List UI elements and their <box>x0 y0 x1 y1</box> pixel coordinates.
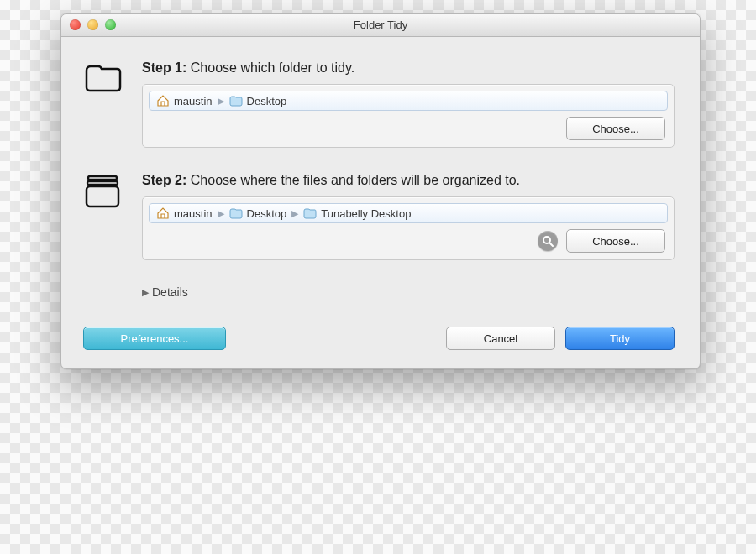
path-seg: maustin <box>174 95 213 107</box>
choose-source-button[interactable]: Choose... <box>566 117 665 140</box>
minimize-icon[interactable] <box>87 19 98 30</box>
tidy-button[interactable]: Tidy <box>565 327 675 350</box>
preferences-button[interactable]: Preferences... <box>83 327 226 350</box>
folder-small-icon <box>229 95 243 107</box>
magnify-icon <box>542 235 554 247</box>
choose-dest-button[interactable]: Choose... <box>566 229 665 253</box>
step-1-label-bold: Step 1: <box>142 60 186 75</box>
chevron-right-icon: ▶ <box>291 208 298 219</box>
path-seg: Desktop <box>247 95 287 107</box>
chevron-right-icon: ▶ <box>218 208 224 219</box>
step-1-well: maustin ▶ Desktop Choose... <box>142 84 675 148</box>
step-2-well: maustin ▶ Desktop ▶ Tunabelly Desktop <box>142 196 675 260</box>
window-body: Step 1: Choose which folder to tidy. mau… <box>61 37 700 368</box>
svg-rect-0 <box>88 176 117 180</box>
footer: Preferences... Cancel Tidy <box>83 327 675 350</box>
step-1: Step 1: Choose which folder to tidy. mau… <box>83 60 675 148</box>
home-icon <box>156 206 170 220</box>
details-label: Details <box>152 285 188 299</box>
step-1-path[interactable]: maustin ▶ Desktop <box>149 91 668 111</box>
path-seg: Tunabelly Desktop <box>321 207 411 220</box>
window-controls <box>70 19 116 30</box>
folder-icon <box>83 60 123 148</box>
step-2-label-rest: Choose where the files and folders will … <box>186 173 520 187</box>
app-window: Folder Tidy Step 1: Choose which folder … <box>60 13 701 369</box>
chevron-right-icon: ▶ <box>218 96 224 107</box>
svg-line-4 <box>549 243 553 246</box>
divider <box>83 311 675 311</box>
svg-rect-2 <box>87 186 118 206</box>
folder-stack-icon <box>83 173 123 260</box>
details-disclosure[interactable]: ▶ Details <box>142 285 675 299</box>
step-1-label-rest: Choose which folder to tidy. <box>186 60 354 75</box>
step-2-title: Step 2: Choose where the files and folde… <box>142 173 675 188</box>
svg-rect-1 <box>87 181 118 185</box>
step-1-title: Step 1: Choose which folder to tidy. <box>142 60 675 76</box>
window-title: Folder Tidy <box>354 18 407 31</box>
cancel-button[interactable]: Cancel <box>446 327 555 350</box>
zoom-icon[interactable] <box>105 19 116 30</box>
home-icon <box>156 94 170 107</box>
step-2: Step 2: Choose where the files and folde… <box>83 173 675 260</box>
folder-small-icon <box>303 207 317 219</box>
titlebar: Folder Tidy <box>61 14 700 37</box>
path-seg: Desktop <box>247 207 287 220</box>
folder-small-icon <box>229 207 243 219</box>
close-icon[interactable] <box>70 19 81 30</box>
disclosure-triangle-icon: ▶ <box>142 287 149 298</box>
step-2-label-bold: Step 2: <box>142 173 186 187</box>
reveal-in-finder-button[interactable] <box>538 231 558 251</box>
step-2-path[interactable]: maustin ▶ Desktop ▶ Tunabelly Desktop <box>149 203 668 223</box>
path-seg: maustin <box>174 207 213 220</box>
